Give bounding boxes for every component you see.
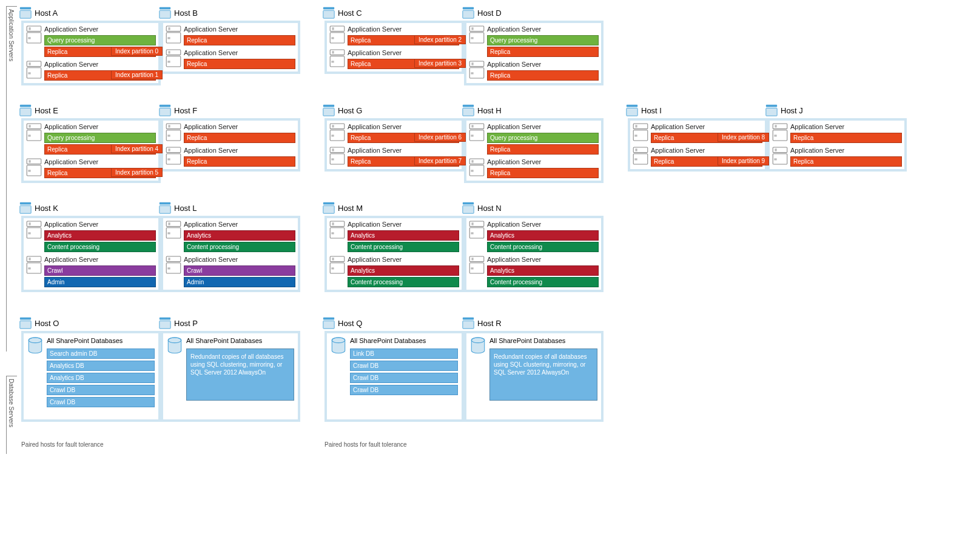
server-icon: [166, 49, 181, 67]
database-icon: [470, 337, 486, 355]
role-replica: Replica: [487, 168, 599, 178]
database-icon: [331, 337, 346, 355]
host-icon: [462, 6, 475, 19]
server-icon: [166, 221, 181, 239]
host-body: Application Server Replica Application S…: [628, 118, 767, 172]
server-icon: [26, 221, 42, 239]
app-server: Application Server Query processingRepli…: [469, 123, 599, 155]
role-admin: Admin: [184, 277, 295, 287]
server-title: Application Server: [44, 123, 156, 130]
app-server: Application Server Query processingRepli…: [26, 123, 156, 155]
role-content processing: Content processing: [44, 242, 156, 252]
host-pair: Host O All SharePoint DatabasesSearch ad…: [21, 316, 300, 422]
app-server: Application ServerCrawlAdmin: [166, 256, 295, 287]
role-admin: Admin: [44, 277, 156, 287]
app-server: Application Server Replica: [166, 49, 295, 69]
host-icon: [462, 201, 475, 215]
server-title: Application Server: [44, 158, 156, 165]
pair-QR: Host Q All SharePoint DatabasesLink DBCr…: [324, 316, 604, 422]
app-server: Application ServerAnalyticsContent proce…: [329, 256, 459, 287]
db-item: Crawl DB: [47, 385, 155, 395]
server-icon: [469, 25, 485, 44]
host-body: All SharePoint Databases Redundant copie…: [161, 331, 300, 422]
role-replica: Replica: [184, 59, 295, 69]
host-pair: Host E Application Server Query processi…: [21, 104, 300, 183]
role-replica: Replica: [44, 47, 156, 57]
server-icon: [26, 123, 42, 141]
server-title: Application Server: [184, 49, 295, 56]
host-body: Application ServerAnalyticsContent proce…: [21, 216, 161, 292]
host-title: Host H: [477, 106, 502, 115]
server-title: Application Server: [790, 123, 902, 130]
db-item: Search admin DB: [47, 348, 155, 359]
db-item: Crawl DB: [350, 373, 458, 383]
app-server: Application ServerAnalyticsContent proce…: [469, 221, 599, 252]
server-icon: [469, 158, 485, 176]
host-D: Host D Application Server Query processi…: [464, 6, 604, 85]
role-replica: Replica: [348, 59, 459, 69]
app-server: Application Server Replica: [166, 123, 295, 143]
role-query: Query processing: [487, 35, 599, 45]
server-icon: [26, 61, 42, 79]
server-title: Application Server: [184, 221, 295, 228]
role-crawl: Crawl: [184, 265, 295, 276]
role-replica: Replica: [184, 156, 295, 167]
section-label-db-text: Database Servers: [8, 379, 15, 427]
server-title: Application Server: [348, 147, 459, 154]
host-F: Host F Application Server Replica Applic…: [161, 104, 300, 183]
db-item: Crawl DB: [350, 385, 458, 395]
server-title: Application Server: [44, 256, 156, 263]
db-title: All SharePoint Databases: [350, 337, 458, 344]
role-content processing: Content processing: [487, 242, 599, 252]
host-pair: Host A Application Server Query processi…: [21, 6, 300, 85]
host-title: Host B: [174, 8, 198, 18]
host-title: Host R: [477, 319, 502, 328]
app-server: Application ServerAnalyticsContent proce…: [166, 221, 295, 252]
db-item: Link DB: [350, 348, 458, 359]
host-icon: [158, 104, 172, 117]
server-icon: [166, 25, 181, 44]
server-title: Application Server: [184, 25, 295, 33]
host-body: Application Server Query processingRepli…: [21, 118, 161, 183]
host-body: Application Server Query processingRepli…: [21, 21, 161, 85]
role-replica: Replica: [184, 35, 295, 45]
db-title: All SharePoint Databases: [489, 337, 597, 344]
server-icon: [166, 256, 181, 274]
role-analytics: Analytics: [348, 265, 459, 276]
server-title: Application Server: [348, 49, 459, 56]
database-icon: [167, 337, 183, 355]
architecture-diagram: Application Servers Host A Application S…: [6, 6, 959, 448]
host-H: Host H Application Server Query processi…: [464, 104, 604, 183]
role-replica: Replica: [487, 144, 599, 155]
app-server: Application Server Replica: [26, 61, 156, 81]
host-body: Application Server Replica Application S…: [767, 118, 907, 172]
host-title: Host F: [174, 106, 197, 115]
pair-GH: Host G Application Server Replica Applic…: [324, 104, 604, 183]
role-query: Query processing: [44, 133, 156, 143]
host-body: Application ServerAnalyticsContent proce…: [324, 216, 464, 292]
role-analytics: Analytics: [487, 265, 599, 276]
app-server: Application Server Replica: [772, 123, 902, 143]
app-server: Application Server Replica: [166, 147, 295, 167]
host-title: Host N: [477, 204, 502, 213]
role-replica: Replica: [487, 70, 599, 81]
role-replica: Replica: [790, 133, 902, 143]
app-server: Application Server Replica: [26, 158, 156, 178]
host-E: Host E Application Server Query processi…: [21, 104, 161, 183]
app-server: Application ServerAnalyticsContent proce…: [329, 221, 459, 252]
server-icon: [772, 147, 788, 165]
app-server: Application ServerCrawlAdmin: [26, 256, 156, 287]
host-icon: [322, 104, 335, 117]
host-title: Host J: [781, 106, 803, 115]
db-item: Analytics DB: [47, 373, 155, 383]
host-C: Host C Application Server Replica Applic…: [324, 6, 464, 85]
caption-row: Paired hosts for fault tolerance Paired …: [21, 440, 959, 448]
host-pair: Host C Application Server Replica Applic…: [324, 6, 604, 85]
host-icon: [322, 6, 335, 19]
role-replica: Replica: [651, 133, 762, 143]
row-3: Host K Application ServerAnalyticsConten…: [21, 201, 959, 292]
server-icon: [633, 147, 648, 165]
server-title: Application Server: [44, 61, 156, 68]
server-title: Application Server: [184, 256, 295, 263]
server-icon: [633, 123, 648, 141]
